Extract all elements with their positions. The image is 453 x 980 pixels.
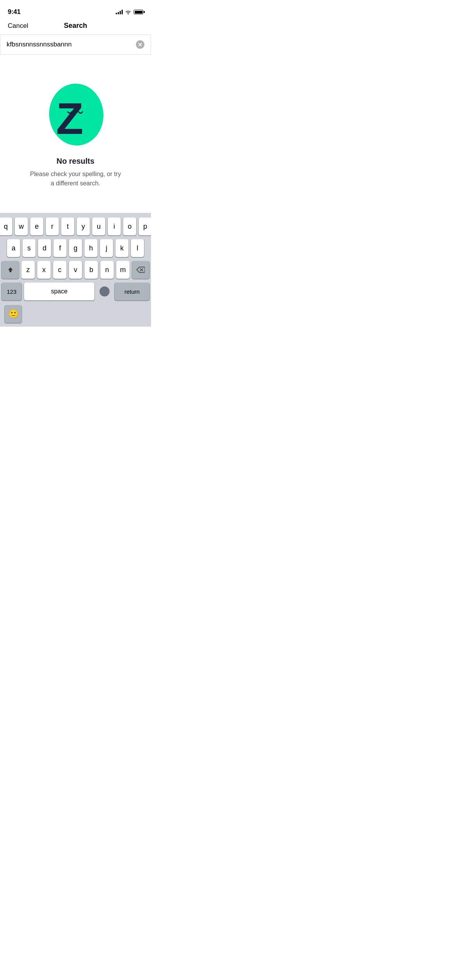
numbers-key[interactable]: 123 (2, 283, 22, 300)
key-m[interactable]: m (116, 261, 130, 279)
key-p[interactable]: p (139, 218, 151, 235)
key-b[interactable]: b (84, 261, 98, 279)
mic-area (97, 283, 112, 300)
status-bar: 9:41 (0, 0, 151, 19)
keyboard: q w e r t y u i o p a s d f g h j k l z … (0, 213, 151, 327)
keyboard-row-3: z x c v b n m (2, 261, 149, 279)
search-input[interactable] (7, 41, 136, 48)
cancel-button[interactable]: Cancel (8, 22, 28, 30)
key-v[interactable]: v (69, 261, 82, 279)
return-key[interactable]: return (115, 283, 149, 300)
key-k[interactable]: k (115, 239, 129, 257)
key-w[interactable]: w (15, 218, 28, 235)
no-results-title: No results (57, 157, 94, 166)
nav-title: Search (64, 22, 87, 30)
key-u[interactable]: u (92, 218, 105, 235)
key-y[interactable]: y (77, 218, 90, 235)
status-icons (116, 10, 143, 14)
key-g[interactable]: g (69, 239, 82, 257)
key-t[interactable]: t (61, 218, 74, 235)
nav-bar: Cancel Search (0, 19, 151, 34)
space-key[interactable]: space (24, 283, 94, 300)
keyboard-row-2: a s d f g h j k l (2, 239, 149, 257)
clear-button[interactable] (136, 40, 144, 49)
search-bar (0, 34, 151, 55)
emoji-key[interactable]: 🙂 (5, 305, 22, 323)
key-c[interactable]: c (53, 261, 67, 279)
key-o[interactable]: o (123, 218, 136, 235)
svg-text:Z: Z (56, 94, 82, 143)
signal-icon (116, 10, 123, 14)
wifi-icon (125, 10, 131, 14)
backspace-key[interactable] (132, 261, 149, 279)
key-i[interactable]: i (108, 218, 121, 235)
key-h[interactable]: h (84, 239, 98, 257)
key-j[interactable]: j (100, 239, 113, 257)
key-f[interactable]: f (53, 239, 67, 257)
key-q[interactable]: q (0, 218, 12, 235)
emoji-row: 🙂 (2, 303, 149, 325)
key-n[interactable]: n (100, 261, 114, 279)
keyboard-row-1: q w e r t y u i o p (2, 218, 149, 235)
key-d[interactable]: d (38, 239, 51, 257)
no-results-illustration: Z (45, 78, 106, 147)
key-a[interactable]: a (7, 239, 20, 257)
key-s[interactable]: s (22, 239, 36, 257)
key-l[interactable]: l (131, 239, 144, 257)
battery-icon (134, 10, 143, 14)
mic-dot (100, 286, 110, 296)
no-results-area: Z No results Please check your spelling,… (0, 55, 151, 188)
key-x[interactable]: x (37, 261, 51, 279)
key-r[interactable]: r (46, 218, 59, 235)
status-time: 9:41 (8, 8, 21, 16)
no-results-subtitle: Please check your spelling, or try a dif… (29, 170, 122, 188)
keyboard-bottom-row: 123 space return (2, 283, 149, 300)
shift-key[interactable] (2, 261, 19, 279)
key-e[interactable]: e (30, 218, 43, 235)
key-z[interactable]: z (21, 261, 35, 279)
